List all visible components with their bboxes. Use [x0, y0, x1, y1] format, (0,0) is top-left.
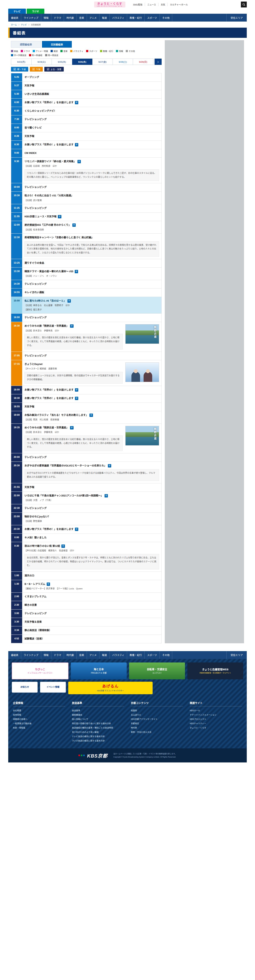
- footer-link[interactable]: 約款・規程集: [13, 725, 65, 730]
- footer-link[interactable]: 採用情報: [13, 713, 65, 717]
- program-row[interactable]: 4:52試験電波（音楽）: [11, 635, 162, 643]
- nav-item[interactable]: 音楽: [77, 14, 87, 22]
- footer-banner[interactable]: あげるんKBS京都 マスコットキャラクター: [68, 682, 153, 694]
- footer-link[interactable]: テレビ放送の補完に関する基本方針: [72, 734, 124, 738]
- footer-link[interactable]: 放送基準: [72, 708, 124, 713]
- program-row[interactable]: 17:05テレビショッピング: [11, 352, 162, 360]
- date-tab[interactable]: 9/25(水): [52, 59, 72, 65]
- program-row[interactable]: 17:15きょうとDaynet【キャスター】梶原誠 遠藤奈美京都の最新ニュースを…: [11, 360, 162, 386]
- daypart-filter-button[interactable]: ✓朝・午前: [11, 67, 28, 72]
- program-row[interactable]: 9:30リモニバー倶楽部ワイド「絆の話・愛犬特集」字【出演】石田靖 西村和彦 ほ…: [11, 158, 162, 183]
- footer-link[interactable]: KBS京都アナウンサーサイト: [131, 717, 183, 721]
- program-row[interactable]: 8:00音で聞くテレビ: [11, 124, 162, 132]
- program-row[interactable]: 15:00私に落ちた5時さん #6「恋のはーと」字【出演】神奈るな 石山蓮華 牧…: [11, 297, 162, 313]
- date-tab[interactable]: 9/29(日): [133, 59, 153, 65]
- program-row[interactable]: 20:00テレビショッピング: [11, 453, 162, 462]
- program-row[interactable]: 14:30テレビショッピング: [11, 280, 162, 288]
- program-row[interactable]: 2:30瞬きの百景: [11, 601, 162, 609]
- program-row[interactable]: 19:00お悩み解決バラエティ「当たる！モテる男お教えします」字【出演】照英 村…: [11, 411, 162, 424]
- search-button[interactable]: [241, 2, 247, 8]
- footer-link[interactable]: 祇園祭: [131, 708, 183, 713]
- program-row[interactable]: 14:55キレイきれい通販: [11, 288, 162, 297]
- nav-item[interactable]: バラエティ: [110, 14, 127, 22]
- program-row[interactable]: 6:00お買い物プラス「世界の！」をお届けします字: [11, 99, 162, 107]
- program-row[interactable]: 9:00CM INDEX: [11, 149, 162, 158]
- program-row[interactable]: 23:30お買い物プラス「世界の！」をお届けします字: [11, 525, 162, 534]
- program-row[interactable]: 5:27天気予報: [11, 82, 162, 90]
- program-row[interactable]: 11:55KBS京都ニュース・天気予報字: [11, 213, 162, 221]
- footer-link[interactable]: 番組審議会: [72, 713, 124, 717]
- program-row[interactable]: 0:00キメ技！整いました: [11, 534, 162, 542]
- program-row[interactable]: 18:30お買い物プラス「世界の！」をお届けします字: [11, 395, 162, 403]
- nav-item[interactable]: 情報: [41, 651, 51, 659]
- program-row[interactable]: 22:30テレビショッピング: [11, 504, 162, 513]
- kbs-kyoto-logo[interactable]: KBS京都: [78, 752, 107, 759]
- nav-item[interactable]: ドラマ: [51, 651, 64, 659]
- nav-item[interactable]: 番組表: [8, 651, 21, 659]
- footer-banner[interactable]: ちびっこインフルエンサーコンテスト: [12, 662, 69, 679]
- program-row[interactable]: 19:35めぐりみちの旅「熊野古道・世界遺産」字【出演】鈴木淳士 伊藤咲良 ほか…: [11, 424, 162, 453]
- nav-item[interactable]: バラエティ: [110, 651, 127, 659]
- nav-item[interactable]: 教養・紀行: [127, 651, 145, 659]
- nav-item[interactable]: アニメ: [87, 651, 99, 659]
- footer-link[interactable]: 葵祭・宇治川花火大会: [131, 730, 183, 734]
- footer-link[interactable]: チケットインフォメーション: [190, 713, 242, 717]
- utility-link[interactable]: ニュース: [145, 3, 158, 6]
- program-row[interactable]: 22:00いろはに千鳥「千鳥の鬼連チャン2021アンコールSP第1回〜両国戦〜」…: [11, 492, 162, 504]
- utility-link[interactable]: SNS/配信: [131, 3, 145, 6]
- nav-item[interactable]: スポーツ: [145, 14, 160, 22]
- nav-item[interactable]: 報道: [99, 14, 110, 22]
- footer-link[interactable]: KBSチャリティー: [190, 721, 242, 725]
- program-row[interactable]: 18:55天気予報: [11, 403, 162, 411]
- daypart-filter-button[interactable]: ✓午後: [30, 67, 43, 72]
- program-row[interactable]: 0:30夜は27時で踊りのない街 第12話字【声の出演】白岩瑠姫 梶原岳人 佐倉…: [11, 542, 162, 572]
- tab-weekly-schedule[interactable]: 週間番組表: [11, 41, 41, 48]
- footer-link[interactable]: きょうと・くらす: [190, 725, 242, 730]
- footer-link[interactable]: 会社概要: [13, 708, 65, 713]
- nav-item[interactable]: 時代劇: [64, 651, 77, 659]
- footer-banner[interactable]: お知らせ: [12, 682, 38, 693]
- date-tab[interactable]: 9/27(金): [92, 59, 113, 65]
- nav-item[interactable]: ラインナップ: [21, 651, 41, 659]
- footer-link[interactable]: 視聴者の皆様へ: [13, 717, 65, 721]
- tab-radio[interactable]: ラジオ: [27, 9, 44, 14]
- program-row[interactable]: 18:00お買い物プラス「世界の！」をお届けします字: [11, 386, 162, 395]
- nav-item[interactable]: ラインナップ: [21, 14, 41, 22]
- date-tab[interactable]: 9/23(月): [11, 59, 32, 65]
- program-row[interactable]: 1:30B・B・レアリズム字【番組ナビゲーター】西沢孝彦 【テーマ曲】Lucia…: [11, 580, 162, 593]
- footer-link[interactable]: 時代祭: [131, 725, 183, 730]
- program-row[interactable]: 2:00くすまいプレミアム: [11, 593, 162, 601]
- footer-link[interactable]: 京都検定: [131, 721, 183, 725]
- nav-item[interactable]: 時代劇: [64, 14, 77, 22]
- nav-item[interactable]: アニメ: [87, 14, 99, 22]
- nav-item[interactable]: 番組表: [8, 14, 21, 22]
- footer-link[interactable]: 特定個人情報の取り扱いに関する基本方針: [72, 721, 124, 725]
- breadcrumb-item[interactable]: テレビ: [21, 24, 27, 26]
- nav-item[interactable]: ドラマ: [51, 14, 64, 22]
- program-row[interactable]: 13:25選りすぐりの食品: [11, 259, 162, 267]
- program-row[interactable]: 16:30めぐりみちの旅「熊野古道・世界遺産」字【出演】鈴木淳士 伊藤咲良 ほか…: [11, 322, 162, 352]
- program-row[interactable]: 5:25オープニング: [11, 73, 162, 82]
- program-row[interactable]: 20:30おぎやはぎの愛車遍歴「世界遺産のVOLVOとモーターショーの名車たち」…: [11, 462, 162, 483]
- date-tab[interactable]: 9/26(木): [72, 59, 92, 65]
- footer-nav-item-reception-area[interactable]: 受信エリア: [226, 651, 247, 659]
- program-row[interactable]: 11:25テレビショッピング: [11, 204, 162, 213]
- date-tab[interactable]: 9/28(土): [113, 59, 133, 65]
- footer-link[interactable]: ラジオ放送の補完に関する基本方針: [72, 738, 124, 743]
- nav-item-reception-area[interactable]: 受信エリア: [226, 14, 247, 22]
- nav-item[interactable]: 音楽: [77, 651, 87, 659]
- program-row[interactable]: 3:34静止画放送（環境映像）: [11, 627, 162, 635]
- date-tab[interactable]: 9/24(火): [32, 59, 52, 65]
- program-row[interactable]: 8:30お買い物プラス「世界の！」をお届けします字: [11, 141, 162, 149]
- footer-banner[interactable]: きょうと危機管理WEB京都府危機管理・防災情報ポータルサイト: [187, 662, 243, 679]
- program-row[interactable]: 10:00テレビショッピング: [11, 183, 162, 192]
- program-row[interactable]: 7:30テレビショッピング: [11, 115, 162, 124]
- daypart-filter-button[interactable]: ✓よる・深夜: [44, 67, 64, 72]
- program-row[interactable]: 6:30くらしのショッピングナビ！: [11, 107, 162, 115]
- tab-daily-schedule[interactable]: 日別番組表: [42, 41, 72, 48]
- tab-tv[interactable]: テレビ: [8, 9, 26, 14]
- kyoto-kurasu-logo[interactable]: きょうと・くらす KBS KYOTO OFFICIAL SITE: [94, 2, 125, 8]
- footer-link[interactable]: 個人情報について: [72, 717, 124, 721]
- nav-item[interactable]: その他: [160, 14, 172, 22]
- program-row[interactable]: 8:28天気予報: [11, 132, 162, 141]
